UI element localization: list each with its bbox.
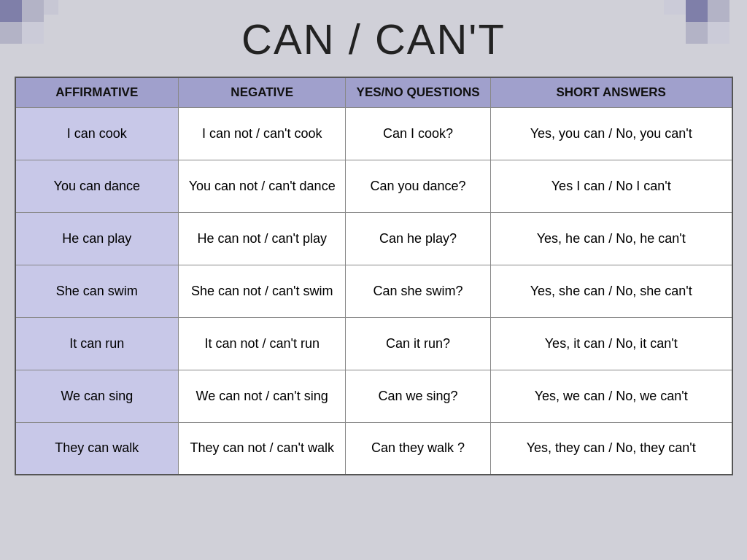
cell-row2-col1: He can not / can't play <box>179 212 346 265</box>
table-row: It can runIt can not / can't runCan it r… <box>15 317 732 370</box>
col-header-questions: YES/NO QUESTIONS <box>346 77 491 107</box>
cell-row0-col2: Can I cook? <box>346 107 491 160</box>
table-row: They can walkThey can not / can't walkCa… <box>15 422 732 475</box>
col-header-negative: NEGATIVE <box>179 77 346 107</box>
cell-row1-col3: Yes I can / No I can't <box>490 160 732 212</box>
table-row: I can cookI can not / can't cookCan I co… <box>15 107 732 160</box>
cell-row1-col0: You can dance <box>15 160 179 212</box>
cell-row3-col0: She can swim <box>15 265 179 317</box>
cell-row5-col2: Can we sing? <box>346 370 491 422</box>
cell-row4-col3: Yes, it can / No, it can't <box>490 317 732 370</box>
grammar-table: AFFIRMATIVE NEGATIVE YES/NO QUESTIONS SH… <box>15 77 733 475</box>
table-header-row: AFFIRMATIVE NEGATIVE YES/NO QUESTIONS SH… <box>15 77 732 107</box>
cell-row3-col1: She can not / can't swim <box>179 265 346 317</box>
cell-row3-col2: Can she swim? <box>346 265 491 317</box>
main-content: CAN / CAN'T AFFIRMATIVE NEGATIVE YES/NO … <box>9 0 738 475</box>
cell-row5-col3: Yes, we can / No, we can't <box>490 370 732 422</box>
cell-row4-col2: Can it run? <box>346 317 491 370</box>
cell-row0-col0: I can cook <box>15 107 179 160</box>
cell-row4-col0: It can run <box>15 317 179 370</box>
table-row: She can swimShe can not / can't swimCan … <box>15 265 732 317</box>
cell-row5-col1: We can not / can't sing <box>179 370 346 422</box>
cell-row0-col3: Yes, you can / No, you can't <box>490 107 732 160</box>
table-row: We can singWe can not / can't singCan we… <box>15 370 732 422</box>
col-header-short-answers: SHORT ANSWERS <box>490 77 732 107</box>
cell-row6-col1: They can not / can't walk <box>179 422 346 475</box>
table-row: You can danceYou can not / can't danceCa… <box>15 160 732 212</box>
cell-row1-col1: You can not / can't dance <box>179 160 346 212</box>
cell-row6-col2: Can they walk ? <box>346 422 491 475</box>
cell-row4-col1: It can not / can't run <box>179 317 346 370</box>
cell-row1-col2: Can you dance? <box>346 160 491 212</box>
cell-row6-col3: Yes, they can / No, they can't <box>490 422 732 475</box>
col-header-affirmative: AFFIRMATIVE <box>15 77 179 107</box>
cell-row6-col0: They can walk <box>15 422 179 475</box>
cell-row2-col3: Yes, he can / No, he can't <box>490 212 732 265</box>
cell-row2-col2: Can he play? <box>346 212 491 265</box>
table-row: He can playHe can not / can't playCan he… <box>15 212 732 265</box>
cell-row2-col0: He can play <box>15 212 179 265</box>
cell-row0-col1: I can not / can't cook <box>179 107 346 160</box>
cell-row5-col0: We can sing <box>15 370 179 422</box>
cell-row3-col3: Yes, she can / No, she can't <box>490 265 732 317</box>
page-title: CAN / CAN'T <box>241 7 506 77</box>
